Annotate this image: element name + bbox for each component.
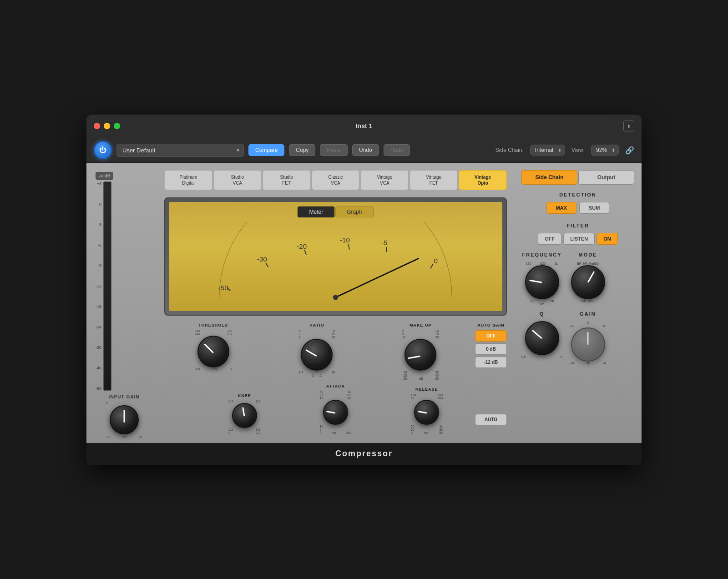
- detection-buttons: MAX SUM: [521, 202, 634, 214]
- preset-select[interactable]: User Default: [116, 144, 244, 157]
- threshold-knob[interactable]: [197, 336, 229, 368]
- right-column: Side Chain Output DETECTION MAX SUM FILT…: [514, 163, 642, 443]
- q-group: Q 0.5 5: [521, 311, 562, 365]
- pip-icon[interactable]: ⬆: [623, 121, 634, 131]
- input-gain-knob[interactable]: [110, 405, 139, 434]
- top-right-controls: Side Chain: Internal ⬍ View: 92% ⬍ 🔗: [495, 145, 634, 156]
- link-icon[interactable]: 🔗: [625, 146, 634, 155]
- svg-line-2: [266, 263, 268, 267]
- plugin-window: Inst 1 ⬆ ⏻ User Default ▼ Compare Copy P…: [86, 115, 642, 465]
- q-gain-row: Q 0.5 5 GAIN 0: [521, 311, 634, 365]
- center-column: PlatinumDigital StudioVCA StudioFET Clas…: [157, 163, 514, 443]
- svg-text:-30: -30: [257, 255, 267, 263]
- auto-gain-group: AUTO GAIN OFF 0 dB -12 dB: [475, 323, 507, 380]
- input-gain-knob-container: 0 -30 dB 30: [106, 401, 142, 438]
- freq-mode-row: FREQUENCY 130 520 2k 32 8k Hz: [521, 252, 634, 306]
- filter-section: FILTER OFF LISTEN ON: [521, 223, 634, 245]
- tab-vintage-fet[interactable]: VintageFET: [410, 170, 458, 190]
- tab-output[interactable]: Output: [578, 170, 634, 185]
- vu-display: Meter Graph -50: [164, 197, 507, 316]
- detection-max-button[interactable]: MAX: [546, 202, 576, 214]
- compressor-type-tabs: PlatinumDigital StudioVCA StudioFET Clas…: [164, 170, 507, 190]
- auto-gain-label: AUTO GAIN: [477, 323, 504, 327]
- svg-line-6: [349, 244, 349, 249]
- power-button[interactable]: ⏻: [94, 141, 112, 159]
- redo-button[interactable]: Redo: [384, 144, 410, 156]
- tab-studio-fet[interactable]: StudioFET: [263, 170, 311, 190]
- detection-sum-button[interactable]: SUM: [579, 202, 609, 214]
- close-button[interactable]: [94, 123, 100, 129]
- top-controls-bar: ⏻ User Default ▼ Compare Copy Paste Undo…: [86, 138, 642, 163]
- auto-gain-off-button[interactable]: OFF: [475, 330, 507, 342]
- side-chain-select[interactable]: Internal: [530, 145, 565, 156]
- release-group: RELEASE 100200 50500 201k 102k: [384, 387, 470, 434]
- auto-gain-0db-button[interactable]: 0 dB: [475, 343, 507, 355]
- svg-line-4: [304, 250, 306, 254]
- side-chain-output-tabs: Side Chain Output: [521, 170, 634, 185]
- tab-studio-vca[interactable]: StudioVCA: [213, 170, 262, 190]
- tab-platinum-digital[interactable]: PlatinumDigital: [164, 170, 212, 190]
- minimize-button[interactable]: [104, 123, 110, 129]
- meter-scale: +3 0 -3 -6 -9 -12 -18 -24 -30 -40 -60: [96, 181, 101, 391]
- input-gain-scale-bot: -30 dB 30: [106, 435, 142, 438]
- ratio-group: RATIO 58 312 220 1.430: [268, 323, 366, 380]
- release-knob[interactable]: [414, 400, 439, 425]
- threshold-group: THRESHOLD -30-20 -40-10 -50dB0: [164, 323, 263, 380]
- tab-side-chain[interactable]: Side Chain: [521, 170, 577, 185]
- auto-release-button[interactable]: AUTO: [475, 414, 507, 425]
- preset-selector-wrapper: User Default ▼: [116, 144, 244, 157]
- svg-line-10: [430, 264, 433, 268]
- ratio-label: RATIO: [309, 323, 324, 327]
- filter-off-button[interactable]: OFF: [538, 233, 561, 245]
- frequency-label: FREQUENCY: [522, 252, 561, 257]
- tab-classic-vca[interactable]: ClassicVCA: [312, 170, 360, 190]
- knee-knob[interactable]: [232, 403, 257, 428]
- main-content: -∞ dB +3 0 -3 -6 -9 -12 -18 -24 -30 -40 …: [86, 163, 642, 443]
- title-bar: Inst 1 ⬆: [86, 115, 642, 138]
- undo-button[interactable]: Undo: [352, 144, 379, 156]
- attack-group: ATTACK 5080 20120 15160 10: [293, 384, 378, 434]
- threshold-label: THRESHOLD: [198, 323, 228, 327]
- vu-gauge: -50 -30 -20 -10 -5: [173, 222, 498, 304]
- copy-button[interactable]: Copy: [289, 144, 315, 156]
- auto-gain-minus12db-button[interactable]: -12 dB: [475, 357, 507, 368]
- frequency-knob[interactable]: [525, 265, 559, 299]
- q-knob[interactable]: [525, 321, 559, 355]
- q-label: Q: [540, 311, 545, 317]
- gain-label: GAIN: [580, 311, 596, 317]
- maximize-button[interactable]: [114, 123, 120, 129]
- makeup-knob[interactable]: [404, 339, 436, 371]
- detection-section: DETECTION MAX SUM: [521, 192, 634, 214]
- svg-text:-50: -50: [218, 283, 228, 291]
- bottom-bar: Compressor: [86, 443, 642, 465]
- filter-on-button[interactable]: ON: [597, 233, 618, 245]
- attack-label: ATTACK: [326, 384, 345, 388]
- mode-knob[interactable]: [571, 265, 605, 299]
- vu-meter-bar: [103, 181, 111, 391]
- ratio-knob[interactable]: [301, 339, 333, 371]
- svg-text:-20: -20: [297, 242, 307, 250]
- gain-knob[interactable]: [571, 327, 605, 362]
- svg-text:0: 0: [434, 257, 438, 264]
- mode-group: MODE BP HP ParEQ LP HS: [570, 252, 606, 306]
- view-select[interactable]: 92%: [591, 145, 619, 156]
- vu-gauge-svg: -50 -30 -20 -10 -5: [173, 222, 498, 304]
- vu-tab-graph[interactable]: Graph: [335, 206, 373, 217]
- filter-buttons: OFF LISTEN ON: [521, 233, 634, 245]
- compare-button[interactable]: Compare: [248, 144, 284, 156]
- svg-text:-10: -10: [340, 236, 350, 244]
- svg-text:-5: -5: [381, 239, 387, 247]
- left-column: -∞ dB +3 0 -3 -6 -9 -12 -18 -24 -30 -40 …: [86, 163, 157, 443]
- window-title: Inst 1: [356, 122, 373, 130]
- release-label: RELEASE: [415, 387, 438, 392]
- attack-knob[interactable]: [323, 400, 348, 425]
- frequency-group: FREQUENCY 130 520 2k 32 8k Hz: [521, 252, 562, 306]
- vu-tab-meter[interactable]: Meter: [298, 206, 334, 217]
- tab-vintage-opto[interactable]: VintageOpto: [459, 170, 507, 190]
- tab-vintage-vca[interactable]: VintageVCA: [360, 170, 409, 190]
- paste-button[interactable]: Paste: [320, 144, 348, 156]
- filter-listen-button[interactable]: LISTEN: [563, 233, 595, 245]
- input-gain-label: INPUT GAIN: [109, 394, 140, 399]
- knee-group: KNEE 0.40.6 0.20.8 01.0: [202, 393, 287, 434]
- gain-group: GAIN 0 -12 12 -24 dB: [570, 311, 606, 365]
